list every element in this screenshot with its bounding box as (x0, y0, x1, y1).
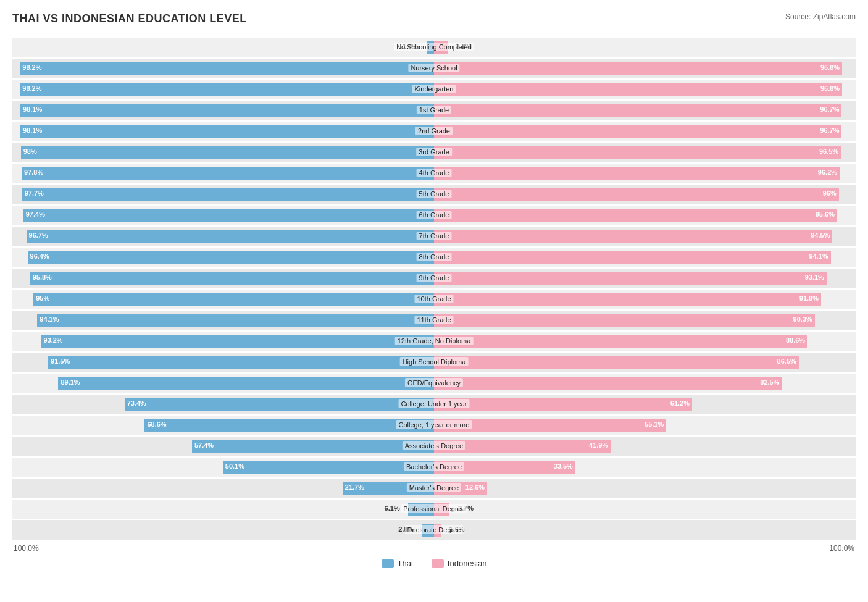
indonesian-value: 96% (823, 190, 839, 197)
thai-bar (20, 83, 434, 96)
table-row: 98.2%96.8%Kindergarten (12, 80, 856, 99)
table-row: 97.8%96.2%4th Grade (12, 164, 856, 183)
indonesian-bar (434, 398, 692, 411)
x-axis: 100.0% 100.0% (12, 544, 856, 553)
indonesian-bar (434, 146, 841, 159)
source-label: Source: ZipAtlas.com (785, 12, 856, 21)
thai-value: 2.8% (398, 525, 414, 533)
table-row: 73.4%61.2%College, Under 1 year (12, 395, 856, 414)
thai-bar (427, 41, 434, 54)
indonesian-value: 41.9% (589, 441, 611, 449)
table-row: 1.8%3.2%No Schooling Completed (12, 38, 856, 57)
thai-bar (408, 503, 434, 516)
indonesian-value: 96.5% (819, 148, 841, 155)
thai-value: 98.2% (20, 64, 41, 71)
table-row: 96.7%94.5%7th Grade (12, 227, 856, 246)
table-row: 94.1%90.3%11th Grade (12, 311, 856, 330)
indonesian-bar (434, 356, 799, 369)
indonesian-value: 3.7% (458, 504, 474, 512)
thai-value: 98.1% (20, 127, 42, 134)
table-row: 98%96.5%3rd Grade (12, 143, 856, 162)
thai-bar (20, 104, 434, 117)
indonesian-bar (434, 314, 815, 327)
indonesian-bar (434, 419, 666, 432)
thai-value: 89.1% (58, 378, 80, 386)
thai-value: 1.8% (403, 43, 418, 50)
thai-bar (22, 167, 434, 180)
table-row: 95%91.8%10th Grade (12, 290, 856, 309)
thai-legend-label: Thai (398, 559, 413, 568)
indonesian-value: 82.5% (760, 378, 782, 386)
table-row: 93.2%88.6%12th Grade, No Diploma (12, 332, 856, 351)
indonesian-value: 96.7% (820, 127, 841, 134)
thai-bar (48, 356, 434, 369)
indonesian-value: 1.6% (449, 525, 465, 533)
thai-bar (33, 293, 434, 306)
thai-value: 97.4% (23, 211, 45, 218)
table-row: 98.1%96.7%2nd Grade (12, 122, 856, 141)
indonesian-value: 91.8% (799, 295, 821, 302)
table-row: 57.4%41.9%Associate's Degree (12, 437, 856, 456)
indonesian-value: 55.1% (645, 420, 666, 428)
table-row: 68.6%55.1%College, 1 year or more (12, 416, 856, 435)
indonesian-bar (434, 104, 841, 117)
indonesian-value: 93.1% (805, 274, 827, 281)
thai-value: 91.5% (48, 357, 70, 365)
table-row: 98.2%96.8%Nursery School (12, 59, 856, 78)
indonesian-value: 86.5% (777, 357, 799, 365)
indonesian-value: 94.1% (809, 253, 831, 260)
table-row: 89.1%82.5%GED/Equivalency (12, 374, 856, 393)
indonesian-value: 3.2% (456, 43, 472, 50)
table-row: 50.1%33.5%Bachelor's Degree (12, 458, 856, 477)
indonesian-value: 96.7% (820, 106, 841, 113)
thai-value: 97.8% (22, 169, 43, 176)
indonesian-bar (434, 62, 842, 75)
thai-value: 94.1% (37, 316, 59, 323)
indonesian-bar (434, 83, 842, 96)
thai-bar (144, 419, 434, 432)
thai-bar (28, 251, 434, 264)
indonesian-value: 12.6% (465, 483, 487, 491)
indonesian-bar (434, 503, 449, 516)
chart-area: 1.8%3.2%No Schooling Completed98.2%96.8%… (12, 38, 856, 540)
thai-bar (41, 335, 434, 348)
legend-indonesian: Indonesian (432, 559, 487, 568)
thai-bar (37, 314, 434, 327)
indonesian-value: 88.6% (786, 337, 807, 344)
thai-bar (22, 188, 434, 201)
indonesian-bar (434, 188, 839, 201)
table-row: 6.1%3.7%Professional Degree (12, 500, 856, 519)
x-axis-left: 100.0% (14, 544, 39, 553)
table-row: 91.5%86.5%High School Diploma (12, 353, 856, 372)
thai-value: 6.1% (385, 504, 400, 512)
indonesian-legend-label: Indonesian (448, 559, 487, 568)
thai-bar (20, 125, 434, 138)
table-row: 95.8%93.1%9th Grade (12, 269, 856, 288)
indonesian-value: 94.5% (811, 232, 832, 239)
thai-bar (20, 62, 434, 75)
table-row: 97.7%96%5th Grade (12, 185, 856, 204)
indonesian-bar (434, 272, 827, 285)
chart-title: THAI VS INDONESIAN EDUCATION LEVEL (12, 12, 247, 25)
indonesian-value: 96.2% (818, 169, 840, 176)
thai-value: 95.8% (30, 274, 52, 281)
thai-bar (23, 209, 434, 222)
thai-value: 98.1% (20, 106, 42, 113)
indonesian-bar (434, 209, 837, 222)
thai-value: 96.7% (27, 232, 48, 239)
thai-bar (422, 524, 434, 537)
thai-value: 96.4% (28, 253, 49, 260)
thai-value: 93.2% (41, 337, 62, 344)
thai-value: 68.6% (144, 420, 166, 428)
indonesian-value: 61.2% (670, 399, 692, 407)
table-row: 96.4%94.1%8th Grade (12, 248, 856, 267)
thai-value: 57.4% (192, 441, 214, 449)
thai-value: 98% (21, 148, 37, 155)
thai-bar (21, 146, 434, 159)
thai-bar (27, 230, 434, 243)
thai-value: 95% (33, 295, 49, 302)
legend-thai: Thai (382, 559, 413, 568)
indonesian-bar (434, 335, 807, 348)
thai-bar (223, 461, 434, 474)
thai-bar (30, 272, 434, 285)
